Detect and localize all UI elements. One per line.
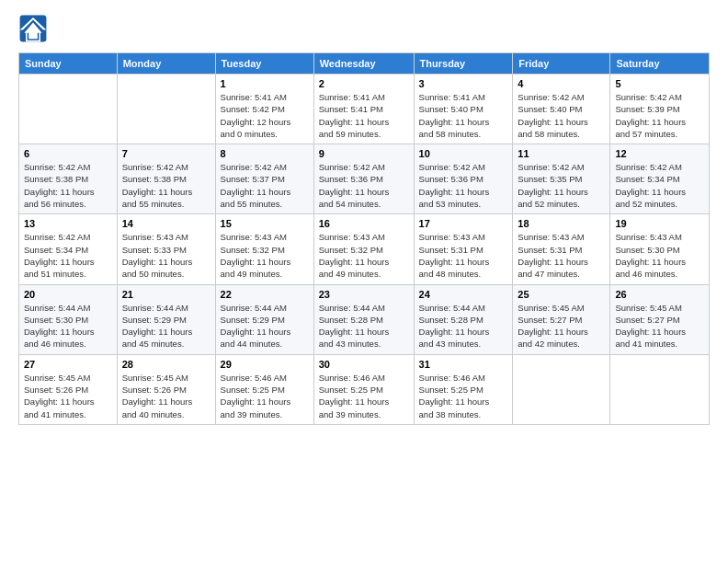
- day-number: 15: [221, 218, 309, 229]
- day-info: Sunrise: 5:42 AM Sunset: 5:38 PM Dayligh…: [24, 161, 112, 210]
- calendar-cell: 28Sunrise: 5:45 AM Sunset: 5:26 PM Dayli…: [117, 354, 215, 424]
- day-info: Sunrise: 5:44 AM Sunset: 5:29 PM Dayligh…: [122, 302, 210, 350]
- day-info: Sunrise: 5:42 AM Sunset: 5:38 PM Dayligh…: [122, 161, 210, 210]
- calendar-week-row: 1Sunrise: 5:41 AM Sunset: 5:42 PM Daylig…: [19, 75, 710, 144]
- calendar-cell: 30Sunrise: 5:46 AM Sunset: 5:25 PM Dayli…: [313, 354, 414, 424]
- day-number: 14: [122, 218, 210, 229]
- logo: [18, 14, 51, 43]
- calendar-week-row: 13Sunrise: 5:42 AM Sunset: 5:34 PM Dayli…: [19, 214, 710, 284]
- calendar-cell: 24Sunrise: 5:44 AM Sunset: 5:28 PM Dayli…: [414, 284, 513, 354]
- calendar-cell: 1Sunrise: 5:41 AM Sunset: 5:42 PM Daylig…: [215, 75, 313, 144]
- day-info: Sunrise: 5:43 AM Sunset: 5:30 PM Dayligh…: [615, 231, 704, 280]
- day-number: 17: [419, 218, 508, 229]
- calendar-cell: 16Sunrise: 5:43 AM Sunset: 5:32 PM Dayli…: [313, 214, 414, 284]
- day-info: Sunrise: 5:44 AM Sunset: 5:29 PM Dayligh…: [221, 302, 309, 350]
- day-number: 2: [319, 78, 409, 89]
- day-number: 18: [518, 218, 605, 229]
- day-info: Sunrise: 5:44 AM Sunset: 5:28 PM Dayligh…: [319, 302, 409, 350]
- calendar-cell: 2Sunrise: 5:41 AM Sunset: 5:41 PM Daylig…: [313, 75, 414, 144]
- day-info: Sunrise: 5:46 AM Sunset: 5:25 PM Dayligh…: [419, 372, 508, 420]
- day-number: 31: [419, 359, 508, 370]
- day-number: 13: [24, 218, 112, 229]
- day-number: 27: [24, 359, 112, 370]
- day-number: 4: [518, 78, 605, 89]
- day-number: 9: [319, 148, 409, 159]
- day-info: Sunrise: 5:43 AM Sunset: 5:31 PM Dayligh…: [518, 231, 605, 280]
- day-info: Sunrise: 5:45 AM Sunset: 5:26 PM Dayligh…: [24, 372, 112, 420]
- weekday-header-friday: Friday: [513, 53, 610, 75]
- day-number: 19: [615, 218, 704, 229]
- day-info: Sunrise: 5:43 AM Sunset: 5:31 PM Dayligh…: [419, 231, 508, 280]
- calendar-cell: 8Sunrise: 5:42 AM Sunset: 5:37 PM Daylig…: [215, 144, 313, 214]
- day-number: 11: [518, 148, 605, 159]
- day-number: 3: [419, 78, 508, 89]
- calendar-cell: 31Sunrise: 5:46 AM Sunset: 5:25 PM Dayli…: [414, 354, 513, 424]
- weekday-header-wednesday: Wednesday: [313, 53, 414, 75]
- day-info: Sunrise: 5:43 AM Sunset: 5:32 PM Dayligh…: [319, 231, 409, 280]
- calendar-cell: [117, 75, 215, 144]
- day-info: Sunrise: 5:42 AM Sunset: 5:36 PM Dayligh…: [419, 161, 508, 210]
- day-info: Sunrise: 5:42 AM Sunset: 5:36 PM Dayligh…: [319, 161, 409, 210]
- day-number: 25: [518, 289, 605, 300]
- weekday-header-thursday: Thursday: [414, 53, 513, 75]
- weekday-header-sunday: Sunday: [19, 53, 118, 75]
- day-number: 23: [319, 289, 409, 300]
- header: [18, 14, 710, 43]
- calendar-cell: 27Sunrise: 5:45 AM Sunset: 5:26 PM Dayli…: [19, 354, 118, 424]
- calendar-cell: [19, 75, 118, 144]
- calendar-table: SundayMondayTuesdayWednesdayThursdayFrid…: [18, 52, 710, 425]
- day-info: Sunrise: 5:45 AM Sunset: 5:27 PM Dayligh…: [615, 302, 704, 350]
- calendar-cell: 18Sunrise: 5:43 AM Sunset: 5:31 PM Dayli…: [513, 214, 610, 284]
- calendar-cell: [513, 354, 610, 424]
- day-number: 7: [122, 148, 210, 159]
- calendar-cell: 15Sunrise: 5:43 AM Sunset: 5:32 PM Dayli…: [215, 214, 313, 284]
- day-number: 22: [221, 289, 309, 300]
- calendar-cell: 20Sunrise: 5:44 AM Sunset: 5:30 PM Dayli…: [19, 284, 118, 354]
- day-info: Sunrise: 5:45 AM Sunset: 5:26 PM Dayligh…: [122, 372, 210, 420]
- calendar-cell: 14Sunrise: 5:43 AM Sunset: 5:33 PM Dayli…: [117, 214, 215, 284]
- weekday-header-monday: Monday: [117, 53, 215, 75]
- day-info: Sunrise: 5:46 AM Sunset: 5:25 PM Dayligh…: [221, 372, 309, 420]
- day-number: 16: [319, 218, 409, 229]
- calendar-cell: 29Sunrise: 5:46 AM Sunset: 5:25 PM Dayli…: [215, 354, 313, 424]
- calendar-cell: 19Sunrise: 5:43 AM Sunset: 5:30 PM Dayli…: [610, 214, 710, 284]
- calendar-cell: 17Sunrise: 5:43 AM Sunset: 5:31 PM Dayli…: [414, 214, 513, 284]
- calendar-cell: 10Sunrise: 5:42 AM Sunset: 5:36 PM Dayli…: [414, 144, 513, 214]
- weekday-header-tuesday: Tuesday: [215, 53, 313, 75]
- calendar-week-row: 20Sunrise: 5:44 AM Sunset: 5:30 PM Dayli…: [19, 284, 710, 354]
- day-info: Sunrise: 5:43 AM Sunset: 5:32 PM Dayligh…: [221, 231, 309, 280]
- day-number: 6: [24, 148, 112, 159]
- calendar-cell: 21Sunrise: 5:44 AM Sunset: 5:29 PM Dayli…: [117, 284, 215, 354]
- calendar-cell: 9Sunrise: 5:42 AM Sunset: 5:36 PM Daylig…: [313, 144, 414, 214]
- calendar-cell: 23Sunrise: 5:44 AM Sunset: 5:28 PM Dayli…: [313, 284, 414, 354]
- day-number: 28: [122, 359, 210, 370]
- day-number: 8: [221, 148, 309, 159]
- calendar-cell: 4Sunrise: 5:42 AM Sunset: 5:40 PM Daylig…: [513, 75, 610, 144]
- day-info: Sunrise: 5:42 AM Sunset: 5:39 PM Dayligh…: [615, 91, 704, 140]
- day-number: 20: [24, 289, 112, 300]
- day-number: 29: [221, 359, 309, 370]
- day-info: Sunrise: 5:44 AM Sunset: 5:28 PM Dayligh…: [419, 302, 508, 350]
- day-number: 12: [615, 148, 704, 159]
- calendar-cell: 12Sunrise: 5:42 AM Sunset: 5:34 PM Dayli…: [610, 144, 710, 214]
- day-number: 21: [122, 289, 210, 300]
- calendar-cell: [610, 354, 710, 424]
- calendar-cell: 25Sunrise: 5:45 AM Sunset: 5:27 PM Dayli…: [513, 284, 610, 354]
- day-info: Sunrise: 5:42 AM Sunset: 5:34 PM Dayligh…: [24, 231, 112, 280]
- calendar-cell: 26Sunrise: 5:45 AM Sunset: 5:27 PM Dayli…: [610, 284, 710, 354]
- calendar-cell: 6Sunrise: 5:42 AM Sunset: 5:38 PM Daylig…: [19, 144, 118, 214]
- day-info: Sunrise: 5:41 AM Sunset: 5:42 PM Dayligh…: [221, 91, 309, 140]
- day-number: 5: [615, 78, 704, 89]
- calendar-cell: 11Sunrise: 5:42 AM Sunset: 5:35 PM Dayli…: [513, 144, 610, 214]
- day-info: Sunrise: 5:41 AM Sunset: 5:40 PM Dayligh…: [419, 91, 508, 140]
- calendar-cell: 3Sunrise: 5:41 AM Sunset: 5:40 PM Daylig…: [414, 75, 513, 144]
- day-info: Sunrise: 5:44 AM Sunset: 5:30 PM Dayligh…: [24, 302, 112, 350]
- day-number: 1: [221, 78, 309, 89]
- day-info: Sunrise: 5:42 AM Sunset: 5:37 PM Dayligh…: [221, 161, 309, 210]
- calendar-week-row: 6Sunrise: 5:42 AM Sunset: 5:38 PM Daylig…: [19, 144, 710, 214]
- logo-icon: [18, 14, 48, 43]
- calendar-cell: 5Sunrise: 5:42 AM Sunset: 5:39 PM Daylig…: [610, 75, 710, 144]
- calendar-header-row: SundayMondayTuesdayWednesdayThursdayFrid…: [19, 53, 710, 75]
- day-number: 10: [419, 148, 508, 159]
- weekday-header-saturday: Saturday: [610, 53, 710, 75]
